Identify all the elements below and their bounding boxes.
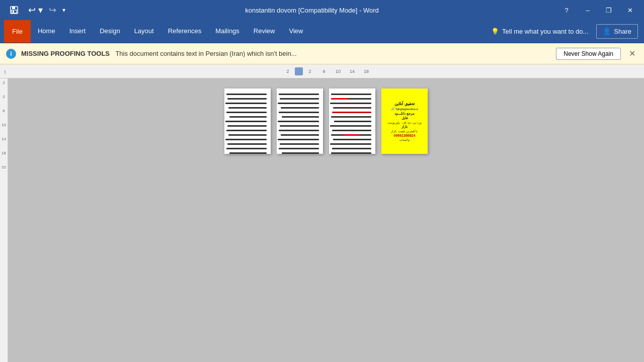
page-row: تحقیق آنلاین Tahghighonline.ir 🔗 مرجع دا… — [224, 88, 428, 154]
notification-bar: i MISSING PROOFING TOOLS This document c… — [0, 43, 644, 64]
ruler-area: ↕ 2 2 6 10 14 18 — [0, 64, 644, 78]
tab-file[interactable]: File — [4, 20, 31, 43]
close-button[interactable]: ✕ — [620, 0, 640, 20]
restore-button[interactable]: ❐ — [599, 0, 619, 20]
tab-review[interactable]: Review — [247, 20, 282, 43]
undo-button[interactable]: ↩ ▾ — [26, 4, 45, 17]
info-icon: i — [6, 49, 16, 59]
title-bar-left: ↩ ▾ ↪ ▾ — [4, 0, 67, 20]
minimize-button[interactable]: – — [578, 0, 598, 20]
ruler-mark: 10 — [331, 69, 345, 74]
vr-mark: 6 — [0, 109, 8, 123]
tell-me-text: Tell me what you want to do... — [502, 28, 588, 35]
ruler-mark: 18 — [359, 69, 373, 74]
help-button[interactable]: ? — [556, 0, 577, 20]
svg-rect-1 — [12, 7, 15, 9]
redo-button[interactable]: ↪ — [47, 4, 58, 17]
never-show-again-button[interactable]: Never Show Again — [556, 48, 621, 60]
share-button[interactable]: 👤 Share — [596, 24, 638, 39]
window-controls: ? – ❐ ✕ — [556, 0, 640, 20]
page-content-2 — [277, 88, 323, 154]
vr-mark: 14 — [0, 137, 8, 151]
share-icon: 👤 — [603, 28, 611, 35]
tab-references[interactable]: References — [161, 20, 208, 43]
page-content-3 — [329, 88, 375, 154]
horizontal-ruler: 2 2 6 10 14 18 — [10, 64, 644, 78]
save-button[interactable] — [4, 0, 24, 20]
ruler-numbers: 2 2 6 10 14 18 — [281, 67, 373, 75]
document-page-2[interactable] — [277, 88, 323, 154]
tell-me[interactable]: 💡 Tell me what you want to do... — [485, 20, 594, 43]
ad-content: تحقیق آنلاین Tahghighonline.ir 🔗 مرجع دا… — [387, 102, 422, 141]
document-page-4[interactable]: تحقیق آنلاین Tahghighonline.ir 🔗 مرجع دا… — [381, 88, 428, 154]
ad-body1: مرجع دانلـــود — [387, 112, 422, 116]
ad-phone: 09981366624 — [387, 134, 422, 137]
vr-mark: 22 — [0, 165, 8, 179]
app-title: konstantin dovom [Compatibility Mode] - … — [67, 7, 556, 14]
ruler-toggle[interactable]: ↕ — [0, 64, 10, 78]
vr-mark: 10 — [0, 123, 8, 137]
tab-layout[interactable]: Layout — [127, 20, 161, 43]
tab-design[interactable]: Design — [93, 20, 127, 43]
tab-home[interactable]: Home — [31, 20, 62, 43]
ad-body2: فایل — [387, 116, 422, 120]
document-page-3[interactable] — [329, 88, 375, 154]
ruler-indent-marker[interactable] — [295, 67, 303, 75]
ruler-mark: 6 — [317, 69, 331, 74]
ad-body4: بازار — [387, 125, 422, 129]
vr-mark: 2 — [0, 95, 8, 109]
vr-mark: 2 — [0, 80, 8, 95]
main-area: 2 2 6 10 14 18 22 — [0, 78, 644, 362]
svg-rect-3 — [13, 11, 14, 13]
ruler-mark: 2 — [281, 69, 295, 74]
ruler-mark: 2 — [303, 69, 317, 74]
ad-body5: با کمترین قیمت بازار — [387, 129, 422, 133]
ad-url: Tahghighonline.ir 🔗 — [387, 107, 422, 111]
vr-mark: 18 — [0, 151, 8, 165]
ruler-mark: 14 — [345, 69, 359, 74]
notification-close-button[interactable]: ✕ — [626, 48, 638, 60]
lightbulb-icon: 💡 — [491, 28, 499, 35]
notification-text: MISSING PROOFING TOOLS This document con… — [21, 50, 551, 57]
document-area: تحقیق آنلاین Tahghighonline.ir 🔗 مرجع دا… — [8, 78, 644, 362]
title-bar: ↩ ▾ ↪ ▾ konstantin dovom [Compatibility … — [0, 0, 644, 20]
tab-mailings[interactable]: Mailings — [208, 20, 247, 43]
ad-title: تحقیق آنلاین — [387, 102, 422, 106]
page-content-1 — [224, 88, 271, 154]
tab-view[interactable]: View — [282, 20, 310, 43]
more-button[interactable]: ▾ — [60, 6, 67, 15]
document-page-1[interactable] — [224, 88, 271, 154]
ribbon: File Home Insert Design Layout Reference… — [0, 20, 644, 43]
ad-body3: ورد-پی دی اف - پاورپوینت — [387, 121, 422, 124]
tab-insert[interactable]: Insert — [62, 20, 93, 43]
ad-whatsapp: واتساپ — [387, 138, 422, 141]
vertical-ruler: 2 2 6 10 14 18 22 — [0, 78, 8, 362]
